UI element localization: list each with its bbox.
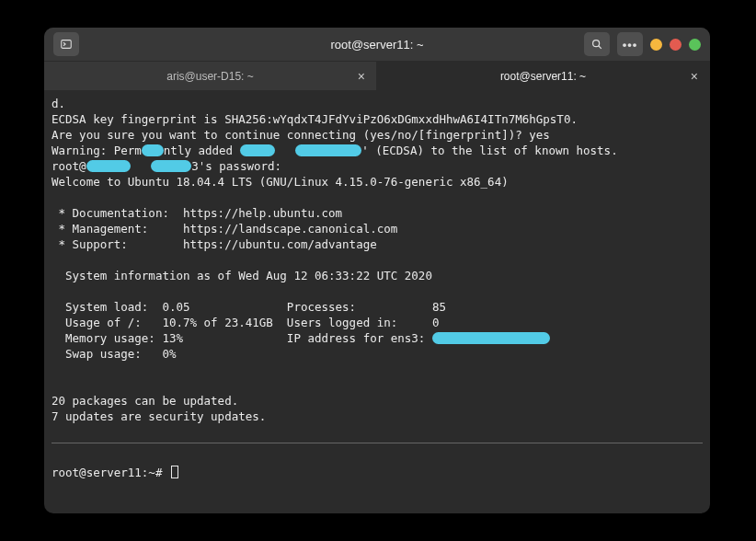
terminal-output[interactable]: d. ECDSA key fingerprint is SHA256:wYqdx… <box>44 90 710 513</box>
output-line: Swap usage: 0% <box>52 347 176 361</box>
output-line: 7 updates are security updates. <box>52 409 266 423</box>
prompt-line: root@server11:~# <box>52 466 178 479</box>
output-line: Welcome to Ubuntu 18.04.4 LTS (GNU/Linux… <box>52 175 509 189</box>
menu-button[interactable]: ••• <box>617 32 643 56</box>
close-button[interactable] <box>689 39 701 51</box>
search-icon <box>590 38 603 51</box>
redacted-block <box>295 144 361 156</box>
close-icon[interactable]: × <box>691 69 698 84</box>
divider <box>52 443 703 443</box>
output-line: 20 packages can be updated. <box>52 394 238 408</box>
svg-rect-0 <box>62 40 72 49</box>
output-line: System load: 0.05 Processes: 85 <box>52 300 446 314</box>
tab-label: aris@user-D15: ~ <box>166 70 254 83</box>
output-line: Warning: Permntly added ' (ECDSA) to the… <box>52 144 618 157</box>
output-line: * Documentation: https://help.ubuntu.com <box>52 206 342 220</box>
terminal-icon <box>60 38 73 51</box>
redacted-block <box>142 144 164 156</box>
tab-active[interactable]: root@server11: ~ × <box>377 62 710 90</box>
new-tab-button[interactable] <box>53 32 79 56</box>
redacted-block <box>240 144 275 156</box>
search-button[interactable] <box>584 32 610 56</box>
maximize-button[interactable] <box>670 39 682 51</box>
titlebar: root@server11: ~ ••• <box>44 28 710 61</box>
output-line: ECDSA key fingerprint is SHA256:wYqdxT4J… <box>52 112 578 126</box>
output-line: d. <box>52 97 65 110</box>
redacted-block <box>432 332 550 344</box>
output-line: Are you sure you want to continue connec… <box>52 128 550 142</box>
tab-label: root@server11: ~ <box>500 70 586 83</box>
hamburger-icon: ••• <box>623 38 638 52</box>
terminal-window: root@server11: ~ ••• aris@user-D15: ~ × … <box>44 28 710 513</box>
output-line: System information as of Wed Aug 12 06:3… <box>52 269 432 282</box>
output-line: * Support: https://ubuntu.com/advantage <box>52 237 377 251</box>
cursor <box>171 466 178 478</box>
output-line: Usage of /: 10.7% of 23.41GB Users logge… <box>52 316 439 329</box>
tab-inactive[interactable]: aris@user-D15: ~ × <box>44 62 377 90</box>
output-line: Memory usage: 13% IP address for ens3: <box>52 331 550 345</box>
redacted-block <box>151 160 191 172</box>
redacted-block <box>86 160 131 172</box>
minimize-button[interactable] <box>650 39 662 51</box>
close-icon[interactable]: × <box>358 69 365 84</box>
svg-line-2 <box>599 46 601 49</box>
output-line: * Management: https://landscape.canonica… <box>52 222 397 236</box>
svg-point-1 <box>593 40 600 47</box>
output-line: root@ 3's password: <box>52 159 281 173</box>
tabs-row: aris@user-D15: ~ × root@server11: ~ × <box>44 61 710 90</box>
